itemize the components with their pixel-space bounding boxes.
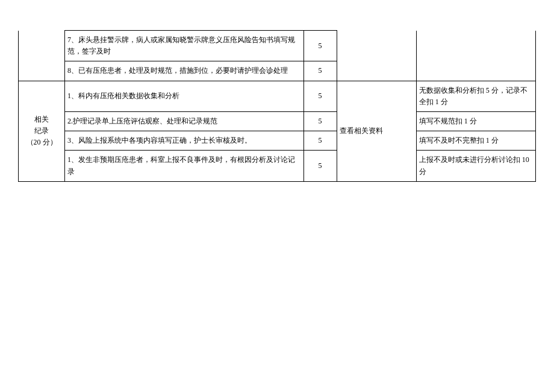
score-cell: 5 <box>303 61 337 81</box>
evaluation-table: 7、床头悬挂警示牌，病人或家属知晓警示牌意义压疮风险告知书填写规范，签字及时 5… <box>18 30 536 182</box>
table-row: 2.护理记录单上压疮评估观察、处理和记录规范 5 填写不规范扣 1 分 <box>19 111 536 131</box>
remark-cell: 上报不及时或未进行分析讨论扣 10 分 <box>416 151 535 181</box>
desc-cell: 3、风险上报系统中各项内容填写正确，护士长审核及时。 <box>65 131 303 151</box>
category-label-line2: 纪录 <box>21 125 62 137</box>
table-row: 3、风险上报系统中各项内容填写正确，护士长审核及时。 5 填写不及时不完整扣 1… <box>19 131 536 151</box>
score-cell: 5 <box>303 31 337 61</box>
category-label-line1: 相关 <box>21 114 62 125</box>
remark-cell: 无数据收集和分析扣 5 分，记录不全扣 1 分 <box>416 81 535 111</box>
desc-cell: 8、已有压疮患者，处理及时规范，措施到位，必要时请护理会诊处理 <box>65 61 303 81</box>
desc-cell: 7、床头悬挂警示牌，病人或家属知晓警示牌意义压疮风险告知书填写规范，签字及时 <box>65 31 303 61</box>
remark-cell-prev <box>416 31 535 81</box>
remark-cell: 填写不及时不完整扣 1 分 <box>416 131 535 151</box>
score-cell: 5 <box>303 111 337 131</box>
table-row: 相关 纪录 （20 分） 1、科内有压疮相关数据收集和分析 5 查看相关资料 无… <box>19 81 536 111</box>
desc-cell: 1、科内有压疮相关数据收集和分析 <box>65 81 303 111</box>
table-row: 7、床头悬挂警示牌，病人或家属知晓警示牌意义压疮风险告知书填写规范，签字及时 5 <box>19 31 536 61</box>
category-cell-records: 相关 纪录 （20 分） <box>19 81 65 181</box>
table-row: 1、发生非预期压疮患者，科室上报不良事件及时，有根因分析及讨论记录 5 上报不及… <box>19 151 536 181</box>
score-cell: 5 <box>303 81 337 111</box>
desc-cell: 2.护理记录单上压疮评估观察、处理和记录规范 <box>65 111 303 131</box>
category-label-line3: （20 分） <box>21 137 62 148</box>
method-cell: 查看相关资料 <box>337 81 416 181</box>
desc-cell: 1、发生非预期压疮患者，科室上报不良事件及时，有根因分析及讨论记录 <box>65 151 303 181</box>
score-cell: 5 <box>303 131 337 151</box>
method-cell-prev <box>337 31 416 81</box>
category-cell-prev <box>19 31 65 81</box>
remark-cell: 填写不规范扣 1 分 <box>416 111 535 131</box>
score-cell: 5 <box>303 151 337 181</box>
